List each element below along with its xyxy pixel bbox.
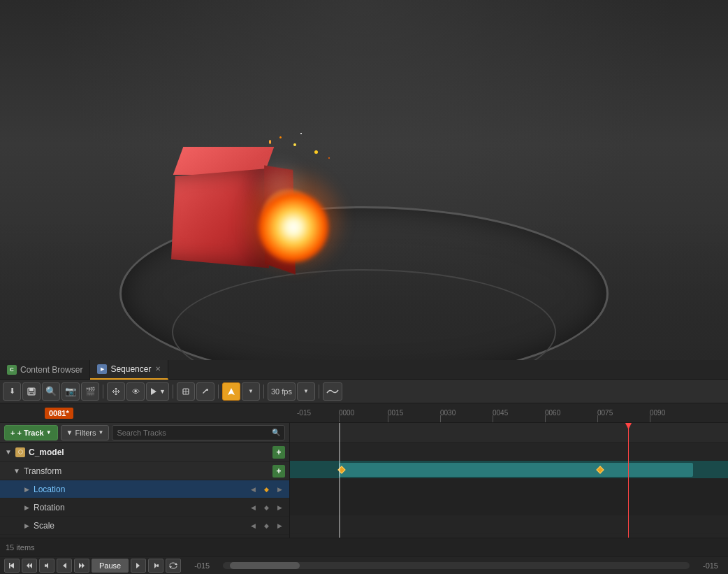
toolbar-mode-btn[interactable]: ⬇ bbox=[3, 382, 21, 401]
rotation-add-key-btn[interactable]: ◆ bbox=[261, 502, 272, 513]
toolbar-separator-3 bbox=[218, 385, 219, 399]
play-icon bbox=[150, 387, 158, 396]
transform-expand-arrow[interactable]: ▼ bbox=[13, 467, 21, 475]
svg-marker-16 bbox=[82, 563, 85, 568]
ruler-0000: 0000 bbox=[339, 409, 354, 417]
sequencer-tab-label: Sequencer bbox=[110, 364, 151, 374]
marker-dropdown-icon: ▼ bbox=[248, 388, 254, 394]
track-row-c-model[interactable]: ▼ ⬡ C_model + bbox=[0, 443, 289, 462]
ruler-0075: 0075 bbox=[597, 409, 613, 417]
rotation-next-key-btn[interactable]: ▶ bbox=[274, 502, 285, 513]
tick-0090 bbox=[650, 415, 650, 422]
toolbar-curve-btn[interactable] bbox=[323, 382, 342, 401]
toolbar-separator-1 bbox=[103, 385, 103, 399]
reverse-play-btn[interactable] bbox=[74, 559, 89, 573]
rotation-prev-key-btn[interactable]: ◀ bbox=[247, 502, 259, 513]
prev-keyframe-btn[interactable] bbox=[39, 559, 54, 573]
location-next-key-btn[interactable]: ▶ bbox=[274, 484, 285, 495]
scrollbar-thumb[interactable] bbox=[230, 562, 300, 569]
c-model-expand-arrow[interactable]: ▼ bbox=[4, 448, 13, 457]
reverse-play-icon bbox=[78, 562, 85, 569]
location-teal-bar bbox=[339, 463, 693, 477]
filters-label: Filters bbox=[75, 429, 96, 437]
svg-marker-12 bbox=[27, 563, 29, 568]
save-icon bbox=[27, 387, 36, 396]
svg-rect-14 bbox=[45, 564, 46, 567]
spark-6 bbox=[328, 157, 330, 159]
spark-2 bbox=[279, 136, 282, 138]
svg-marker-15 bbox=[63, 563, 66, 568]
playback-controls: Pause bbox=[0, 556, 728, 574]
spark-5 bbox=[269, 140, 271, 144]
location-add-key-btn[interactable]: ◆ bbox=[261, 484, 272, 495]
rotation-expand-arrow[interactable]: ▶ bbox=[22, 503, 31, 512]
toolbar-camera-btn[interactable]: 📷 bbox=[61, 382, 80, 401]
search-tracks-input[interactable] bbox=[117, 429, 272, 437]
scale-next-key-btn[interactable]: ▶ bbox=[274, 520, 285, 531]
toolbar-fps-dropdown-btn[interactable]: ▼ bbox=[297, 382, 315, 401]
3d-viewport[interactable] bbox=[0, 0, 728, 360]
tab-content-browser[interactable]: C Content Browser bbox=[0, 360, 90, 380]
tracks-toolbar: + + Track ▼ ▼ Filters ▼ 🔍 bbox=[0, 423, 289, 443]
toolbar-fps-btn[interactable]: 30 fps bbox=[268, 382, 296, 401]
sequencer-content: 0081* -015 0000 0015 0030 0045 0060 0075… bbox=[0, 403, 728, 574]
step-back-btn[interactable] bbox=[57, 559, 72, 573]
add-track-button[interactable]: + + Track ▼ bbox=[4, 425, 58, 440]
timecode-left: -015 bbox=[189, 561, 215, 570]
transform-plus-btn[interactable]: + bbox=[272, 465, 285, 478]
search-tracks-box[interactable]: 🔍 bbox=[112, 425, 285, 440]
fps-label: 30 fps bbox=[271, 387, 292, 396]
skip-to-start-btn[interactable] bbox=[4, 559, 20, 573]
ruler-content: -015 0000 0015 0030 0045 0060 0075 0090 bbox=[290, 403, 728, 422]
fire-particle-effect bbox=[238, 129, 363, 269]
rotation-label: Rotation bbox=[34, 503, 247, 512]
toolbar-separator-4 bbox=[263, 385, 264, 399]
toolbar-film-btn[interactable]: 🎬 bbox=[81, 382, 99, 401]
sequencer-tab-close[interactable]: ✕ bbox=[155, 365, 161, 373]
c-model-icon: ⬡ bbox=[15, 447, 25, 457]
ruler-0015: 0015 bbox=[388, 409, 403, 417]
toolbar-paint-btn[interactable] bbox=[196, 382, 214, 401]
scale-expand-arrow[interactable]: ▶ bbox=[22, 522, 31, 530]
loop-toggle-btn[interactable] bbox=[166, 559, 181, 573]
tab-sequencer[interactable]: ▶ Sequencer ✕ bbox=[90, 360, 168, 380]
toolbar-separator-2 bbox=[173, 385, 173, 399]
loop-icon bbox=[169, 562, 177, 569]
next-key-icon bbox=[152, 562, 159, 569]
skip-back-btn[interactable] bbox=[22, 559, 37, 573]
location-prev-key-btn[interactable]: ◀ bbox=[247, 484, 259, 495]
toolbar-move-btn[interactable] bbox=[107, 382, 125, 401]
location-expand-arrow[interactable]: ▶ bbox=[22, 485, 31, 494]
svg-marker-17 bbox=[79, 563, 82, 568]
track-row-scale[interactable]: ▶ Scale ◀ ◆ ▶ bbox=[0, 517, 289, 535]
timeline-row-empty-1 bbox=[290, 515, 728, 533]
c-model-plus-btn[interactable]: + bbox=[272, 446, 285, 459]
timeline-scrollbar[interactable] bbox=[223, 562, 690, 569]
step-forward-btn[interactable] bbox=[131, 559, 146, 573]
toolbar-marker-dropdown-btn[interactable]: ▼ bbox=[242, 382, 260, 401]
next-keyframe-btn[interactable] bbox=[148, 559, 163, 573]
content-browser-tab-icon: C bbox=[7, 365, 17, 375]
track-row-location[interactable]: ▶ Location ◀ ◆ ▶ bbox=[0, 480, 289, 498]
filters-button[interactable]: ▼ Filters ▼ bbox=[61, 425, 110, 440]
step-back-icon bbox=[61, 562, 68, 569]
timeline-row-location[interactable] bbox=[290, 461, 728, 479]
track-row-transform[interactable]: ▼ Transform + bbox=[0, 462, 289, 480]
ruler-0045: 0045 bbox=[493, 409, 508, 417]
toolbar-transform-btn[interactable] bbox=[177, 382, 195, 401]
rotation-keyframe-icons: ◀ ◆ ▶ bbox=[247, 502, 285, 513]
toolbar-save-btn[interactable] bbox=[22, 382, 41, 401]
svg-point-7 bbox=[206, 389, 208, 391]
scale-add-key-btn[interactable]: ◆ bbox=[261, 520, 272, 531]
scale-prev-key-btn[interactable]: ◀ bbox=[247, 520, 259, 531]
toolbar-eye-btn[interactable]: 👁 bbox=[126, 382, 145, 401]
pause-button[interactable]: Pause bbox=[92, 559, 129, 573]
toolbar-marker-btn[interactable] bbox=[222, 382, 240, 401]
timeline-ruler[interactable]: -015 0000 0015 0030 0045 0060 0075 0090 bbox=[290, 403, 728, 422]
track-list: ▼ ⬡ C_model + ▼ Transform + bbox=[0, 443, 289, 538]
toolbar-search-btn[interactable]: 🔍 bbox=[42, 382, 60, 401]
timeline-tracks[interactable] bbox=[290, 423, 728, 538]
track-row-rotation[interactable]: ▶ Rotation ◀ ◆ ▶ bbox=[0, 498, 289, 517]
filters-dropdown-icon: ▼ bbox=[98, 429, 103, 436]
toolbar-play-btn[interactable]: ▼ bbox=[146, 382, 169, 401]
